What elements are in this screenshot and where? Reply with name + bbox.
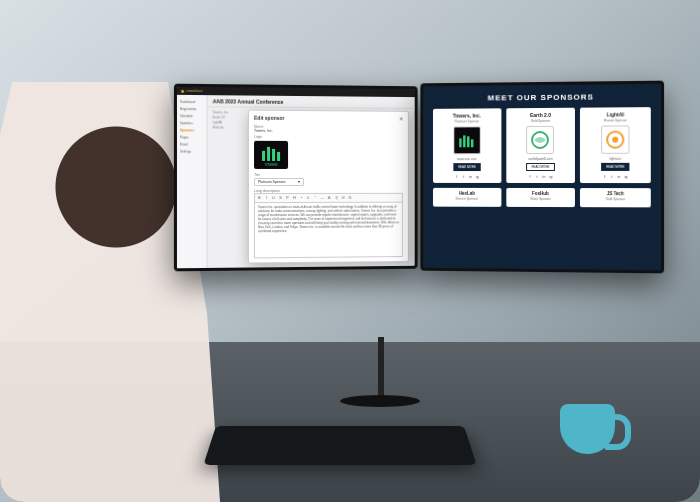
tier-value: Platinum Sponsor <box>258 180 286 184</box>
sponsor-tier: Silver Sponsor <box>530 197 551 201</box>
close-icon[interactable]: ✕ <box>399 116 403 122</box>
read-more-button[interactable]: READ MORE <box>453 163 481 171</box>
brand-name: crowdcast <box>186 89 202 93</box>
description-editor[interactable]: Towers Inc. specializes in state-of-the-… <box>254 202 403 259</box>
page-heading: MEET OUR SPONSORS <box>488 92 594 102</box>
sponsor-card-hexlab[interactable]: HexLab Bronze Sponsor <box>433 188 501 207</box>
main-panel: AAB 2022 Annual Conference Towers, Inc. … <box>208 95 415 268</box>
sidebar: Dashboard Registration Schedule Speakers… <box>177 95 208 268</box>
sponsor-tier: Bronze Sponsor <box>456 197 478 201</box>
tier-label: Tier <box>254 173 403 177</box>
left-monitor: crowdcast Dashboard Registration Schedul… <box>174 84 418 272</box>
sponsor-url: earth2point0.com <box>528 157 553 161</box>
sponsor-logo <box>527 126 555 154</box>
social-row: f t in ig <box>454 174 479 179</box>
right-monitor: MEET OUR SPONSORS Towers, Inc. Platinum … <box>420 81 664 274</box>
rte-link[interactable]: ⎘ <box>334 195 339 200</box>
edit-sponsor-modal: Edit sponsor ✕ Name Towers, Inc. Logo <box>248 110 409 264</box>
svg-rect-5 <box>463 135 465 147</box>
name-value[interactable]: Towers, Inc. <box>254 129 403 134</box>
sponsor-tier: Gold Sponsor <box>531 119 550 123</box>
svg-point-10 <box>612 137 618 143</box>
sponsor-tier: Platinum Sponsor <box>455 119 480 123</box>
sponsor-url: towersinc.com <box>457 157 477 161</box>
rte-hr[interactable]: — <box>320 195 325 200</box>
sponsor-card-towers[interactable]: Towers, Inc. Platinum Sponsor towersinc.… <box>433 108 501 183</box>
monitor-stand <box>340 337 420 407</box>
svg-rect-6 <box>467 136 469 147</box>
sponsor-tier: Gold Sponsor <box>606 197 626 201</box>
sponsor-url: lightai.io <box>609 157 621 161</box>
rte-undo[interactable]: ↺ <box>341 195 346 200</box>
linkedin-icon[interactable]: in <box>616 174 621 179</box>
facebook-icon[interactable]: f <box>602 174 607 179</box>
rte-paragraph[interactable]: P <box>285 196 290 201</box>
sponsor-card-jstech[interactable]: JS Tech Gold Sponsor <box>580 188 650 207</box>
rte-quote[interactable]: “ <box>313 195 318 200</box>
social-row: f t in ig <box>602 174 628 179</box>
sponsors-page: MEET OUR SPONSORS Towers, Inc. Platinum … <box>423 84 661 271</box>
rte-heading[interactable]: H <box>292 196 297 201</box>
lightai-icon <box>605 130 625 150</box>
sponsor-card-foxhub[interactable]: FoxHub Silver Sponsor <box>506 188 575 207</box>
sponsor-logo <box>601 125 629 153</box>
sponsor-card-earth[interactable]: Earth 2.0 Gold Sponsor earth2point0.com … <box>506 108 575 183</box>
rte-strike[interactable]: S <box>278 196 283 201</box>
brand-icon <box>181 89 184 92</box>
twitter-icon[interactable]: t <box>609 174 614 179</box>
modal-title: Edit sponsor <box>254 115 285 121</box>
social-row: f t in ig <box>528 174 554 179</box>
towers-icon <box>458 133 476 147</box>
linkedin-icon[interactable]: in <box>468 174 473 179</box>
read-more-button[interactable]: READ MORE <box>527 163 555 171</box>
instagram-icon[interactable]: ig <box>475 174 480 179</box>
sponsor-name: Towers, Inc. <box>453 112 481 118</box>
svg-rect-1 <box>267 147 270 161</box>
sidebar-item-settings[interactable]: Settings <box>179 148 204 155</box>
svg-rect-2 <box>272 149 275 161</box>
sponsors-grid: Towers, Inc. Platinum Sponsor towersinc.… <box>433 107 651 207</box>
facebook-icon[interactable]: f <box>528 174 533 179</box>
svg-rect-4 <box>459 138 461 147</box>
tier-select[interactable]: Platinum Sponsor ▾ <box>254 178 304 186</box>
earth-icon <box>531 130 551 150</box>
keyboard <box>203 426 476 465</box>
read-more-button[interactable]: READ MORE <box>601 163 630 171</box>
sponsor-name: FoxHub <box>532 191 549 196</box>
twitter-icon[interactable]: t <box>461 174 466 179</box>
rte-bold[interactable]: B <box>257 196 262 201</box>
sponsor-tier: Bronze Sponsor <box>604 118 627 122</box>
instagram-icon[interactable]: ig <box>548 174 553 179</box>
rte-redo[interactable]: ↻ <box>347 195 352 200</box>
svg-rect-7 <box>471 139 473 147</box>
rte-bullet[interactable]: • <box>299 195 304 200</box>
linkedin-icon[interactable]: in <box>541 174 546 179</box>
sponsor-name: Earth 2.0 <box>530 112 551 118</box>
coffee-mug <box>560 404 615 454</box>
logo-label: Logo <box>254 135 403 140</box>
facebook-icon[interactable]: f <box>454 174 459 179</box>
sponsor-logo <box>453 126 480 154</box>
towers-icon <box>260 145 282 161</box>
sponsor-name: HexLab <box>459 191 475 196</box>
sidebar-item-email[interactable]: Email <box>179 140 204 147</box>
sponsor-name: LightAI <box>607 111 624 117</box>
rte-numlist[interactable]: 1. <box>306 195 311 200</box>
twitter-icon[interactable]: t <box>535 174 540 179</box>
instagram-icon[interactable]: ig <box>624 174 629 179</box>
sponsor-name: JS Tech <box>607 191 624 196</box>
rte-underline[interactable]: U <box>271 196 276 201</box>
svg-rect-0 <box>262 151 265 161</box>
chevron-down-icon: ▾ <box>298 180 300 184</box>
svg-rect-3 <box>277 152 280 161</box>
rte-italic[interactable]: I <box>264 196 269 201</box>
rte-toolbar: B I U S P H • 1. “ — A ⎘ ↺ ↻ <box>254 193 403 202</box>
sponsor-card-lightai[interactable]: LightAI Bronze Sponsor lightai.io READ M… <box>580 107 650 183</box>
sponsor-logo-preview[interactable]: TOWERS <box>254 141 288 169</box>
logo-text: TOWERS <box>254 163 288 167</box>
rte-color[interactable]: A <box>327 195 332 200</box>
admin-app: crowdcast Dashboard Registration Schedul… <box>177 87 415 269</box>
